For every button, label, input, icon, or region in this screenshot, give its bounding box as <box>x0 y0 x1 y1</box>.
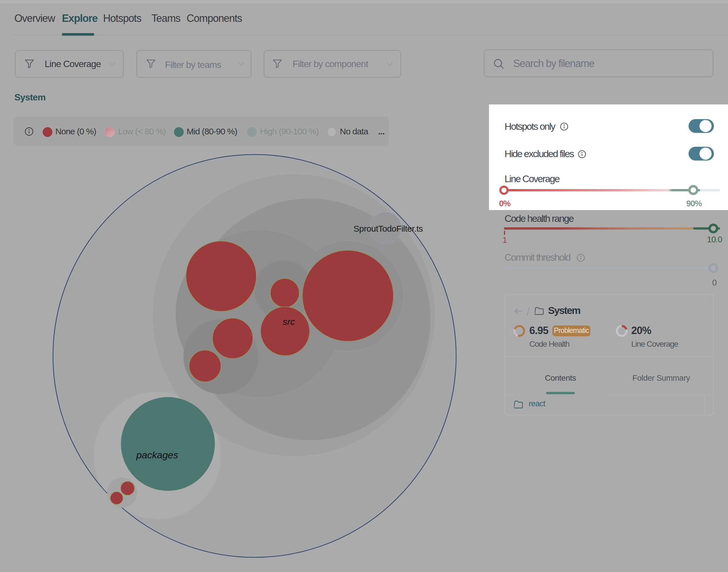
svg-text:packages: packages <box>136 449 178 460</box>
svg-text:SproutTodoFilter.ts: SproutTodoFilter.ts <box>354 224 423 233</box>
svg-text:src: src <box>283 316 295 327</box>
